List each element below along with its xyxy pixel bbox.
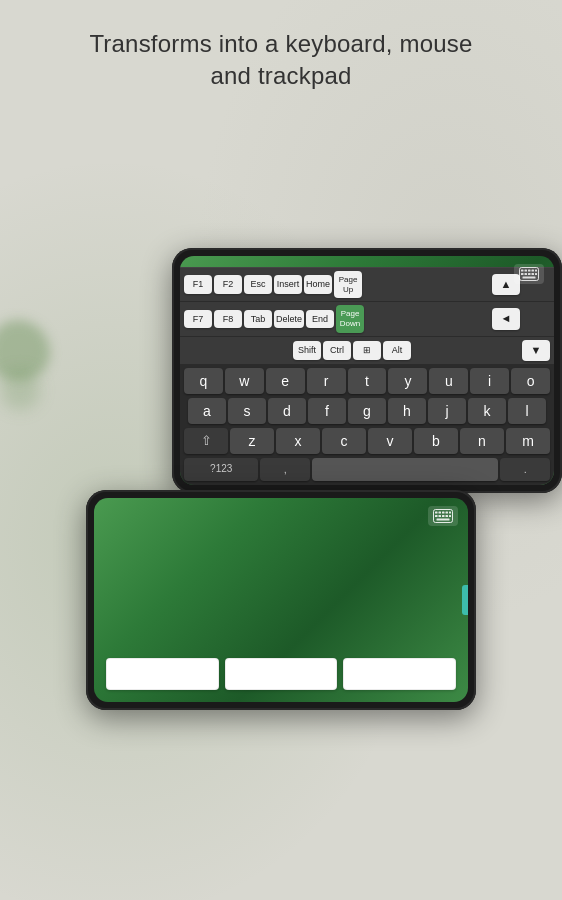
- svg-rect-16: [446, 512, 449, 514]
- trackpad-btn-left[interactable]: [106, 658, 219, 690]
- svg-rect-21: [446, 515, 449, 517]
- key-tab[interactable]: Tab: [244, 310, 272, 329]
- key-period[interactable]: .: [500, 458, 550, 481]
- svg-rect-14: [439, 512, 442, 514]
- svg-rect-4: [532, 269, 535, 271]
- key-arrow-down[interactable]: ▼: [522, 340, 550, 361]
- key-f[interactable]: f: [308, 398, 346, 424]
- key-space[interactable]: [312, 458, 498, 481]
- key-z[interactable]: z: [230, 428, 274, 454]
- svg-rect-22: [449, 515, 451, 517]
- svg-rect-20: [442, 515, 445, 517]
- svg-rect-1: [521, 269, 524, 271]
- key-f1[interactable]: F1: [184, 275, 212, 294]
- key-f8[interactable]: F8: [214, 310, 242, 329]
- key-w[interactable]: w: [225, 368, 264, 394]
- key-y[interactable]: y: [388, 368, 427, 394]
- svg-rect-2: [525, 269, 528, 271]
- key-h[interactable]: h: [388, 398, 426, 424]
- key-ctrl[interactable]: Ctrl: [323, 341, 351, 360]
- key-row-zxcv: ⇧ z x c v b n m: [180, 426, 554, 456]
- svg-rect-11: [523, 276, 536, 278]
- key-c[interactable]: c: [322, 428, 366, 454]
- key-a[interactable]: a: [188, 398, 226, 424]
- key-k[interactable]: k: [468, 398, 506, 424]
- key-row-qwerty: q w e r t y u i o: [180, 366, 554, 396]
- fn-row-1: F1 F2 Esc Insert Home PageUp ▲: [180, 268, 554, 301]
- svg-rect-19: [439, 515, 442, 517]
- svg-rect-8: [528, 273, 531, 275]
- key-row-asdf: a s d f g h j k l: [180, 396, 554, 426]
- svg-rect-7: [525, 273, 528, 275]
- key-page-up[interactable]: PageUp: [334, 271, 362, 298]
- keyboard-toggle-icon-bottom[interactable]: [428, 506, 458, 526]
- key-page-down[interactable]: PageDown: [336, 305, 364, 332]
- key-q[interactable]: q: [184, 368, 223, 394]
- key-b[interactable]: b: [414, 428, 458, 454]
- key-end[interactable]: End: [306, 310, 334, 329]
- key-shift[interactable]: Shift: [293, 341, 321, 360]
- key-t[interactable]: t: [348, 368, 387, 394]
- svg-rect-10: [535, 273, 537, 275]
- key-e[interactable]: e: [266, 368, 305, 394]
- key-g[interactable]: g: [348, 398, 386, 424]
- keyboard-toggle-icon[interactable]: [514, 264, 544, 284]
- keyboard-overlay: F1 F2 Esc Insert Home PageUp ▲ F7 F8 Tab…: [180, 267, 554, 485]
- svg-rect-13: [435, 512, 438, 514]
- key-alt[interactable]: Alt: [383, 341, 411, 360]
- key-n[interactable]: n: [460, 428, 504, 454]
- svg-rect-3: [528, 269, 531, 271]
- svg-rect-9: [532, 273, 535, 275]
- headline-text: Transforms into a keyboard, mouseand tra…: [0, 0, 562, 113]
- svg-rect-6: [521, 273, 524, 275]
- key-d[interactable]: d: [268, 398, 306, 424]
- key-j[interactable]: j: [428, 398, 466, 424]
- scroll-indicator: [462, 585, 468, 615]
- svg-rect-23: [437, 519, 450, 521]
- key-insert[interactable]: Insert: [274, 275, 302, 294]
- key-f2[interactable]: F2: [214, 275, 242, 294]
- key-f7[interactable]: F7: [184, 310, 212, 329]
- key-x[interactable]: x: [276, 428, 320, 454]
- key-o[interactable]: o: [511, 368, 550, 394]
- key-s[interactable]: s: [228, 398, 266, 424]
- svg-rect-18: [435, 515, 438, 517]
- phone-screen-bottom: [94, 498, 468, 702]
- trackpad-btn-right[interactable]: [343, 658, 456, 690]
- key-win[interactable]: ⊞: [353, 341, 381, 360]
- svg-rect-15: [442, 512, 445, 514]
- svg-rect-5: [535, 269, 537, 271]
- key-i[interactable]: i: [470, 368, 509, 394]
- trackpad-buttons: [106, 658, 456, 690]
- phone-device-bottom: [86, 490, 476, 710]
- key-m[interactable]: m: [506, 428, 550, 454]
- key-shift-main[interactable]: ⇧: [184, 428, 228, 454]
- key-symbols[interactable]: ?123: [184, 458, 258, 481]
- phone-screen-top: F1 F2 Esc Insert Home PageUp ▲ F7 F8 Tab…: [180, 256, 554, 485]
- key-l[interactable]: l: [508, 398, 546, 424]
- key-row-bottom: ?123 , .: [180, 456, 554, 485]
- key-arrow-left[interactable]: ◄: [492, 308, 520, 329]
- fn-row-3: Shift Ctrl ⊞ Alt ▼: [180, 337, 554, 364]
- decorative-blob-2: [0, 370, 40, 410]
- key-v[interactable]: v: [368, 428, 412, 454]
- key-esc[interactable]: Esc: [244, 275, 272, 294]
- fn-row-2: F7 F8 Tab Delete End PageDown ◄: [180, 302, 554, 335]
- key-comma[interactable]: ,: [260, 458, 310, 481]
- trackpad-btn-middle[interactable]: [225, 658, 338, 690]
- phone-device-top: F1 F2 Esc Insert Home PageUp ▲ F7 F8 Tab…: [172, 248, 562, 493]
- key-r[interactable]: r: [307, 368, 346, 394]
- key-home[interactable]: Home: [304, 275, 332, 294]
- key-delete[interactable]: Delete: [274, 310, 304, 329]
- key-u[interactable]: u: [429, 368, 468, 394]
- svg-rect-17: [449, 512, 451, 514]
